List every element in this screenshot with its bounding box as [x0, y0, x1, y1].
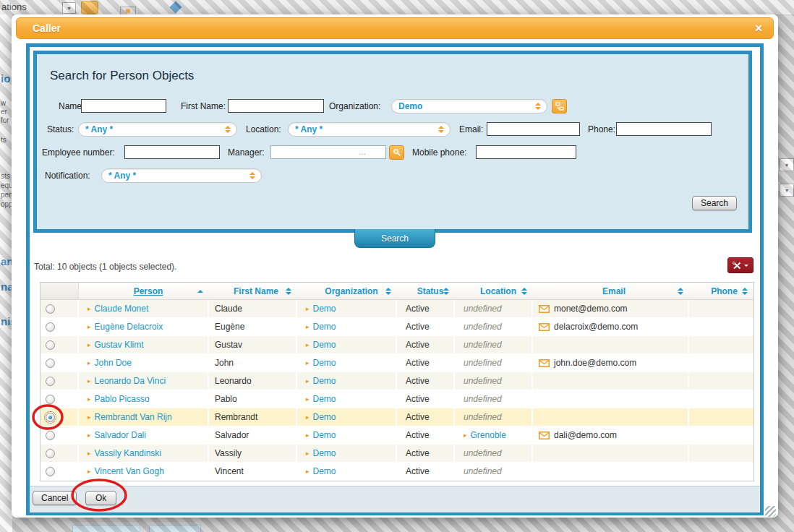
table-row: ▸Eugène DelacroixEugène▸DemoActiveundefi… [40, 318, 754, 336]
header-select-column [40, 283, 79, 299]
column-header-first-name[interactable]: First Name [209, 283, 297, 299]
close-icon[interactable]: ✕ [754, 22, 763, 34]
person-link[interactable]: Vincent Van Gogh [95, 466, 164, 476]
person-radio[interactable] [46, 431, 55, 440]
mobile-phone-input[interactable] [476, 145, 576, 159]
dialog-titlebar[interactable]: Caller ✕ [16, 17, 774, 39]
person-radio[interactable] [46, 467, 55, 476]
person-cell: ▸Rembrandt Van Rijn [79, 408, 209, 426]
name-input[interactable] [81, 99, 166, 113]
location-cell: undefined [455, 372, 533, 390]
email-envelope-icon[interactable] [539, 323, 550, 331]
email-envelope-icon[interactable] [539, 359, 550, 367]
location-undefined: undefined [464, 466, 502, 476]
organization-link[interactable]: Demo [313, 394, 336, 404]
location-cell: undefined [455, 354, 533, 372]
person-radio[interactable] [46, 395, 55, 404]
column-header-label: Status [417, 286, 444, 296]
first-name-input[interactable] [228, 99, 324, 113]
phone-input[interactable] [616, 122, 712, 136]
person-link[interactable]: John Doe [95, 358, 132, 368]
radio-cell [40, 354, 79, 372]
column-header-person[interactable]: Person [79, 283, 209, 299]
email-envelope-icon[interactable] [539, 305, 550, 313]
manager-search-button[interactable] [389, 145, 404, 160]
dialog-body: Search for Person Objects Name: First Na… [26, 43, 764, 515]
column-header-email[interactable]: Email [533, 283, 689, 299]
person-link[interactable]: Leonardo Da Vinci [95, 376, 166, 386]
manager-input[interactable] [270, 145, 386, 159]
ok-button[interactable]: Ok [85, 491, 116, 505]
person-radio[interactable] [46, 449, 55, 458]
employee-number-input[interactable] [124, 145, 220, 159]
table-row: ▸Claude MonetClaude▸DemoActiveundefinedm… [40, 300, 754, 318]
resize-grip[interactable] [765, 506, 776, 517]
organization-link[interactable]: Demo [313, 430, 336, 440]
column-header-status[interactable]: Status [397, 283, 455, 299]
column-header-phone[interactable]: Phone [689, 283, 754, 299]
bullet-icon: ▸ [306, 432, 310, 439]
status-cell: Active [397, 426, 455, 444]
email-text: delacroix@demo.com [554, 322, 638, 332]
email-text: john.doe@demo.com [554, 358, 636, 368]
organization-link[interactable]: Demo [313, 376, 336, 386]
organization-link[interactable]: Demo [313, 304, 336, 314]
results-total: Total: 10 objects (1 objects selected). [34, 262, 176, 272]
person-radio[interactable] [46, 377, 55, 386]
organization-link[interactable]: Demo [313, 466, 336, 476]
organization-link[interactable]: Demo [313, 340, 336, 350]
email-input[interactable] [487, 122, 580, 136]
status-cell: Active [397, 336, 455, 353]
organization-browse-button[interactable] [552, 99, 567, 113]
person-link[interactable]: Gustav Klimt [95, 340, 144, 350]
person-radio[interactable] [46, 359, 55, 368]
person-link[interactable]: Pablo Picasso [95, 394, 150, 404]
organization-select[interactable]: Demo [391, 99, 547, 113]
actions-menu-button[interactable] [727, 257, 754, 273]
search-button[interactable]: Search [692, 196, 737, 210]
caller-dialog: Caller ✕ Search for Person Objects Name:… [12, 14, 778, 518]
email-label: Email: [459, 124, 483, 134]
column-header-organization[interactable]: Organization [297, 283, 397, 299]
status-cell: Active [397, 445, 455, 462]
person-radio[interactable] [46, 340, 55, 350]
sort-arrows-icon [385, 288, 391, 295]
table-row: ▸Vassily KandinskiVassily▸DemoActiveunde… [40, 445, 754, 463]
location-link[interactable]: Grenoble [471, 430, 506, 440]
organization-link[interactable]: Demo [313, 322, 336, 332]
person-cell: ▸Gustav Klimt [79, 336, 209, 353]
person-radio[interactable] [46, 322, 55, 332]
person-link[interactable]: Salvador Dali [95, 430, 146, 440]
email-envelope-icon[interactable] [539, 432, 550, 439]
location-undefined: undefined [464, 340, 502, 350]
email-text: dali@demo.com [554, 430, 617, 440]
person-link[interactable]: Rembrandt Van Rijn [95, 412, 172, 422]
status-select[interactable]: * Any * [78, 122, 237, 137]
location-undefined: undefined [464, 358, 502, 368]
person-link[interactable]: Vassily Kandinski [95, 448, 161, 458]
organization-link[interactable]: Demo [313, 412, 336, 422]
notification-select[interactable]: * Any * [101, 168, 262, 183]
column-header-location[interactable]: Location [455, 283, 533, 299]
location-cell: undefined [455, 390, 533, 408]
person-link[interactable]: Eugène Delacroix [95, 322, 163, 332]
cancel-button[interactable]: Cancel [33, 491, 77, 505]
person-link[interactable]: Claude Monet [95, 304, 149, 314]
person-radio[interactable] [46, 413, 55, 422]
phone-cell [689, 318, 754, 335]
phone-label: Phone: [588, 124, 615, 134]
status-cell: Active [397, 463, 455, 480]
organization-label: Organization: [329, 101, 380, 111]
organization-cell: ▸Demo [297, 463, 397, 480]
location-select[interactable]: * Any * [288, 122, 451, 137]
organization-link[interactable]: Demo [313, 358, 336, 368]
search-tab[interactable]: Search [354, 229, 435, 248]
bullet-icon: ▸ [306, 305, 310, 312]
employee-number-label: Employee number: [42, 147, 115, 158]
person-radio[interactable] [46, 304, 55, 314]
organization-link[interactable]: Demo [313, 448, 336, 458]
bullet-icon: ▸ [87, 395, 91, 403]
bullet-icon: ▸ [87, 323, 91, 330]
location-undefined: undefined [464, 412, 502, 422]
organization-cell: ▸Demo [297, 390, 397, 408]
